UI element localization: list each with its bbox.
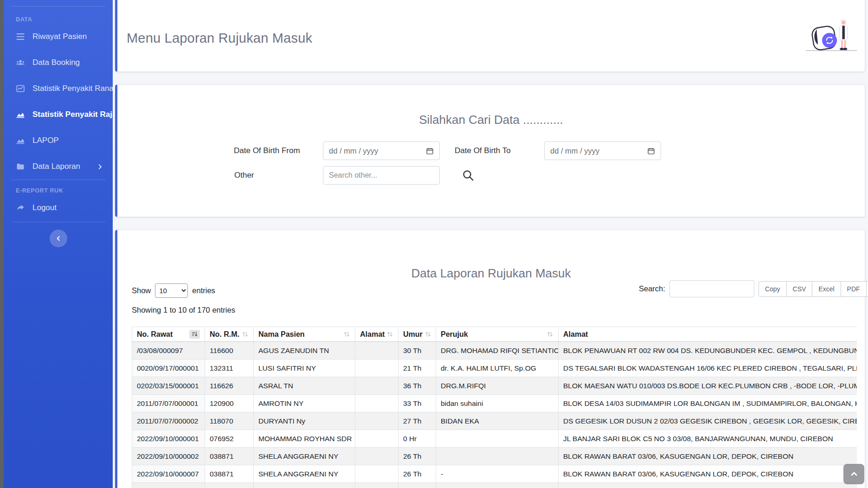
table-info: Showing 1 to 10 of 170 entries — [132, 306, 235, 315]
table-row: 0020/09/17/000001132311LUSI SAFITRI NY21… — [132, 360, 857, 377]
other-search-input[interactable] — [323, 166, 440, 185]
window-edge — [0, 0, 4, 488]
sort-icon — [386, 331, 393, 338]
pdf-button[interactable]: PDF — [841, 281, 867, 297]
sidebar-item-label: Data Laporan — [32, 162, 80, 171]
sidebar-item-label: Logout — [32, 203, 57, 212]
column-header-no-rm[interactable]: No. R.M. — [205, 327, 254, 342]
sidebar-collapse-button[interactable] — [50, 230, 67, 247]
csv-button[interactable]: CSV — [786, 281, 813, 297]
area-chart-icon — [16, 136, 25, 145]
sidebar-item-label: Statistik Penyakit Rajal — [32, 110, 119, 119]
table-row-partial — [132, 483, 857, 488]
chevron-up-icon — [849, 469, 859, 479]
table-search-input[interactable] — [669, 280, 754, 297]
scroll-to-top-button[interactable] — [843, 464, 864, 484]
sidebar-heading-ereport: E-REPORT RUK — [16, 187, 113, 194]
print-button[interactable]: Print — [866, 281, 868, 297]
area-chart-icon — [16, 110, 25, 119]
chevron-right-icon — [96, 163, 103, 170]
table-row: 2022/09/10/000002038871SHELA ANGGRAENI N… — [132, 448, 857, 465]
sidebar-item-label: LAPOP — [32, 136, 59, 145]
chevron-left-icon — [55, 235, 62, 242]
logout-icon — [16, 203, 25, 212]
search-card-title: Silahkan Cari Data ............ — [117, 113, 865, 127]
sidebar-item-label: Data Booking — [32, 58, 80, 67]
dob-from-input[interactable]: dd / mm / yyyy — [323, 141, 440, 160]
column-header-nama-pasien[interactable]: Nama Pasien — [254, 327, 355, 342]
table-row: 2022/09/10/000001076952MOHAMMAD ROYHAN S… — [132, 430, 857, 448]
table-row: 2011/07/07/000002118070DURYANTI Ny27 ThB… — [132, 412, 857, 430]
copy-button[interactable]: Copy — [759, 281, 787, 297]
page-length-control: Show 10 entries — [132, 283, 215, 298]
excel-button[interactable]: Excel — [812, 281, 841, 297]
line-chart-icon — [16, 84, 25, 93]
page-length-select[interactable]: 10 — [155, 283, 188, 298]
table-header-row: No. Rawat No. R.M. — [132, 327, 857, 342]
table-card-title: Data Laporan Rujukan Masuk — [117, 266, 865, 281]
table-card: Data Laporan Rujukan Masuk Show 10 entri… — [115, 230, 865, 488]
column-header-no-rawat[interactable]: No. Rawat — [132, 327, 205, 342]
dob-to-label: Date Of Birth To — [455, 141, 511, 160]
table-search-control: Search: Copy CSV Excel PDF Print — [639, 280, 868, 297]
show-label: Show — [132, 286, 151, 295]
search-label: Search: — [639, 284, 665, 293]
search-submit-button[interactable] — [462, 169, 476, 183]
column-header-alamat-2[interactable]: Alamat — [559, 327, 857, 342]
sidebar-item-label: Riwayat Pasien — [32, 32, 87, 41]
page-header-card: Menu Laporan Rujukan Masuk — [115, 0, 865, 72]
calendar-icon[interactable] — [426, 147, 434, 155]
table-row: 0202/03/15/000001116626ASRAL TN36 ThDRG.… — [132, 377, 857, 395]
data-table: No. Rawat No. R.M. — [132, 327, 857, 488]
list-icon — [16, 32, 25, 41]
sidebar-item-data-booking[interactable]: Data Booking — [4, 50, 113, 76]
entries-label: entries — [192, 286, 215, 295]
sort-icon — [343, 331, 350, 338]
column-header-perujuk[interactable]: Perujuk — [436, 327, 559, 342]
sidebar-item-logout[interactable]: Logout — [4, 195, 113, 221]
dob-from-label: Date Of Birth From — [234, 141, 300, 160]
calendar-icon[interactable] — [647, 147, 655, 155]
date-placeholder: dd / mm / yyyy — [329, 147, 378, 155]
sidebar-divider — [11, 222, 105, 222]
sidebar-item-riwayat-pasien[interactable]: Riwayat Pasien — [4, 24, 113, 50]
sort-icon — [242, 331, 249, 338]
column-header-umur[interactable]: Umur — [399, 327, 436, 342]
sidebar-item-statistik-penyakit-rajal[interactable]: Statistik Penyakit Rajal — [4, 102, 113, 128]
sidebar-item-lapop[interactable]: LAPOP — [4, 128, 113, 154]
search-card: Silahkan Cari Data ............ Date Of … — [115, 84, 865, 217]
sidebar: DATA Riwayat Pasien Data Booking Statist… — [4, 0, 113, 488]
column-header-alamat[interactable]: Alamat — [355, 327, 399, 342]
table-row: 2022/09/10/000007038871SHELA ANGGRAENI N… — [132, 465, 857, 483]
sidebar-divider — [11, 180, 105, 180]
date-placeholder: dd / mm / yyyy — [550, 147, 599, 155]
table-row: 2011/07/07/000001120900AMROTIN NY33 Thbi… — [132, 395, 857, 412]
page-title: Menu Laporan Rujukan Masuk — [127, 31, 312, 46]
table-row: /03/08/000097116600AGUS ZAENUDIN TN30 Th… — [132, 342, 857, 360]
export-button-group: Copy CSV Excel PDF Print — [759, 281, 868, 297]
search-icon — [462, 169, 475, 182]
sidebar-item-statistik-penyakit-ranap[interactable]: Statistik Penyakit Ranap — [4, 76, 113, 102]
sort-asc-icon — [189, 330, 200, 339]
sidebar-heading-data: DATA — [16, 16, 113, 23]
folder-icon — [16, 162, 25, 171]
sidebar-item-data-laporan[interactable]: Data Laporan — [4, 154, 113, 180]
sidebar-divider — [11, 6, 105, 6]
other-label: Other — [234, 166, 254, 185]
sort-icon — [424, 331, 431, 338]
sort-icon — [547, 331, 553, 338]
sync-illustration — [804, 16, 860, 53]
sidebar-item-label: Statistik Penyakit Ranap — [32, 84, 118, 93]
users-icon — [16, 58, 25, 67]
dob-to-input[interactable]: dd / mm / yyyy — [544, 141, 661, 160]
data-table-wrapper: No. Rawat No. R.M. — [132, 327, 857, 488]
